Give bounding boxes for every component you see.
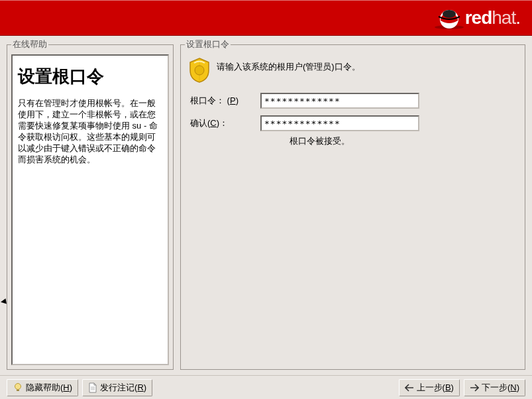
brand-light: hat [492,7,515,28]
intro-text: 请输入该系统的根用户(管理员)口令。 [217,57,360,73]
brand-bold: red [465,7,492,28]
back-label: 上一步(B) [417,382,454,394]
main-inner: 请输入该系统的根用户(管理员)口令。 根口令： (P) 确认(C)： 根口令被接… [185,54,521,150]
arrow-left-icon [405,384,414,392]
help-legend: 在线帮助 [11,38,48,50]
confirm-password-input[interactable] [260,115,419,131]
confirm-mnemonic: C [210,118,216,128]
password-label: 根口令： (P) [187,95,260,107]
content: 在线帮助 设置根口令 只有在管理时才使用根帐号。在一般使用下，建立一个非根帐号，… [0,36,532,374]
lightbulb-icon [13,382,23,393]
shield-icon [187,57,211,84]
document-icon [88,382,97,393]
help-panel: 在线帮助 设置根口令 只有在管理时才使用根帐号。在一般使用下，建立一个非根帐号，… [7,38,174,370]
svg-point-4 [15,383,21,389]
brand-dot: . [515,7,520,28]
root-password-input[interactable] [260,93,419,109]
hide-help-label: 隐藏帮助(H) [26,382,72,394]
release-notes-label: 发行注记(R) [100,382,146,394]
main-panel: 设置根口令 请输入该系统的根用户(管理员)口令。 根口令： (P) [180,38,525,370]
confirm-row: 确认(C)： [187,115,518,131]
main-legend: 设置根口令 [185,38,231,50]
svg-point-2 [443,10,456,18]
confirm-label-text: 确认 [190,118,207,128]
password-mnemonic: P [230,95,236,105]
confirm-label-post: ： [219,118,228,128]
help-title: 设置根口令 [18,65,162,88]
shadowman-icon [433,6,465,30]
next-label: 下一步(N) [482,382,519,394]
release-notes-button[interactable]: 发行注记(R) [82,379,152,396]
brand-logo: redhat. [465,7,520,28]
arrow-right-icon [470,384,479,392]
help-body: 只有在管理时才使用根帐号。在一般使用下，建立一个非根帐号，或在您需要快速修复某项… [18,97,162,165]
hide-help-button[interactable]: 隐藏帮助(H) [7,379,78,396]
intro-row: 请输入该系统的根用户(管理员)口令。 [187,57,518,84]
confirm-label: 确认(C)： [187,117,260,129]
svg-point-3 [195,66,204,75]
help-inner: 设置根口令 只有在管理时才使用根帐号。在一般使用下，建立一个非根帐号，或在您需要… [11,54,169,365]
banner: redhat. [0,0,532,36]
footer: 隐藏帮助(H) 发行注记(R) 上一步(B) 下一步(N [0,375,532,399]
status-text: 根口令被接受。 [290,135,518,147]
next-button[interactable]: 下一步(N) [464,379,525,396]
back-button[interactable]: 上一步(B) [399,379,460,396]
password-row: 根口令： (P) [187,93,518,109]
password-label-text: 根口令： [190,95,225,105]
